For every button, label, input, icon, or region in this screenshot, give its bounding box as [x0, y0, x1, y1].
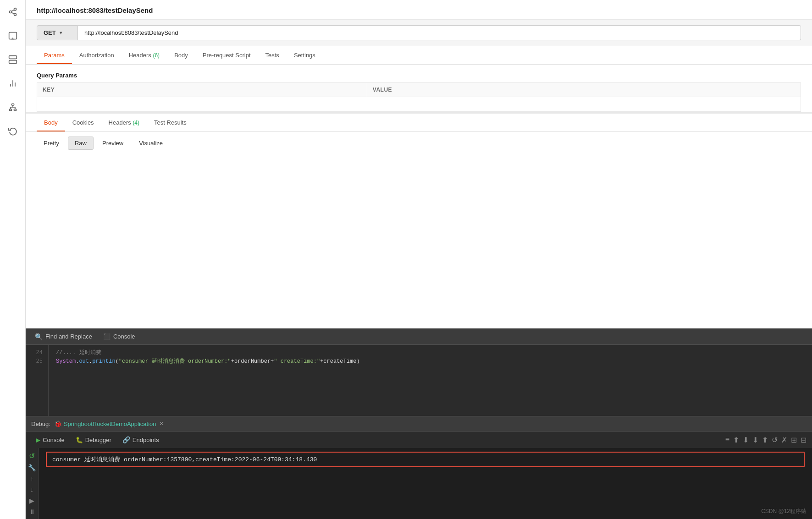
console-message-area: consumer 延时消息消费 orderNumber:1357890,crea… — [39, 448, 812, 471]
response-tabs: Body Cookies Headers (4) Test Results — [26, 114, 812, 132]
request-bar: GET ▾ — [26, 20, 812, 46]
url-input[interactable] — [78, 25, 801, 40]
download-icon[interactable]: ⬇ — [752, 436, 758, 444]
response-area: Body Cookies Headers (4) Test Results Pr… — [26, 114, 812, 196]
scroll-up-icon[interactable]: ⬆ — [733, 436, 739, 444]
query-params-title: Query Params — [37, 72, 801, 79]
console-tool-icon: ▶ — [36, 437, 40, 443]
tool-play-icon[interactable]: ▶ — [29, 497, 34, 504]
console-button[interactable]: ⬛ Console — [99, 331, 139, 342]
view-tab-visualize[interactable]: Visualize — [132, 137, 170, 150]
chart-icon[interactable] — [6, 77, 19, 90]
svg-point-1 — [9, 11, 11, 13]
debug-tab-debugger-label: Debugger — [85, 437, 111, 443]
filter-icon[interactable]: ✗ — [781, 436, 787, 444]
share-icon[interactable] — [6, 5, 19, 18]
url-title-bar: http://localhost:8083/testDelaySend — [26, 0, 812, 20]
endpoints-icon: 🔗 — [122, 436, 130, 443]
headers-badge: (6) — [153, 52, 160, 59]
response-view-tabs: Pretty Raw Preview Visualize — [26, 132, 812, 154]
svg-line-4 — [11, 10, 14, 11]
line-number-24: 24 — [31, 349, 43, 357]
svg-rect-17 — [14, 109, 16, 110]
chevron-down-icon: ▾ — [60, 30, 62, 35]
tab-pre-request[interactable]: Pre-request Script — [195, 46, 258, 64]
find-replace-button[interactable]: 🔍 Find and Replace — [31, 331, 96, 342]
debug-app-name: 🐞 SpringbootRocketDemoApplication ✕ — [54, 420, 164, 427]
console-highlighted-message: consumer 延时消息消费 orderNumber:1357890,crea… — [46, 452, 805, 467]
debug-tab-console-label: Console — [43, 437, 65, 443]
format-icon[interactable]: ⊟ — [801, 436, 806, 444]
replay-icon[interactable]: ↺ — [772, 436, 778, 444]
request-title: http://localhost:8083/testDelaySend — [37, 6, 153, 14]
postman-area: http://localhost:8083/testDelaySend GET … — [26, 0, 812, 328]
console-output: ↺ 🔧 ↑ ↓ ▶ ⏸ ⇄ consumer 延时消息消费 orderNumbe… — [26, 448, 812, 519]
tab-console-tool[interactable]: ▶ Console — [31, 435, 69, 445]
svg-point-2 — [14, 13, 16, 16]
hierarchy-icon[interactable] — [6, 101, 19, 114]
method-label: GET — [44, 29, 56, 36]
request-tabs: Params Authorization Headers (6) Body Pr… — [26, 46, 812, 65]
svg-rect-8 — [9, 56, 17, 59]
server-icon[interactable] — [6, 53, 19, 66]
method-selector[interactable]: GET ▾ — [37, 25, 78, 40]
tab-headers[interactable]: Headers (6) — [122, 46, 167, 64]
upload-icon[interactable]: ⬆ — [762, 436, 768, 444]
debug-tab-endpoints-label: Endpoints — [133, 437, 159, 443]
tool-up-icon[interactable]: ↑ — [30, 475, 33, 482]
svg-rect-16 — [9, 109, 11, 110]
view-tab-preview[interactable]: Preview — [95, 137, 130, 150]
view-tab-raw[interactable]: Raw — [68, 137, 94, 150]
tool-pause-icon[interactable]: ⏸ — [29, 508, 35, 515]
tab-body-response[interactable]: Body — [37, 114, 65, 131]
tab-debugger[interactable]: 🐛 Debugger — [71, 435, 116, 445]
code-content: //....延时消费 System.out.println("consumer … — [49, 345, 812, 416]
watermark: CSDN @12程序猿 — [761, 508, 806, 515]
console-label: Console — [113, 333, 135, 340]
table-row — [37, 97, 801, 112]
main-content: http://localhost:8083/testDelaySend GET … — [26, 0, 812, 519]
tab-cookies[interactable]: Cookies — [65, 114, 101, 131]
code-area: 24 25 //....延时消费 System.out.println("con… — [26, 345, 812, 416]
svg-line-3 — [11, 12, 14, 14]
query-params-section: Query Params KEY VALUE — [26, 65, 812, 112]
tab-tests[interactable]: Tests — [258, 46, 287, 64]
ide-toolbar: 🔍 Find and Replace ⬛ Console — [26, 328, 812, 345]
ide-section: 24 25 //....延时消费 System.out.println("con… — [26, 345, 812, 519]
key-column-header: KEY — [37, 83, 367, 97]
code-line-25: System.out.println("consumer 延时消息消费 orde… — [56, 357, 805, 366]
history-icon[interactable] — [6, 125, 19, 137]
sidebar — [0, 0, 26, 519]
svg-rect-15 — [11, 104, 14, 105]
params-table: KEY VALUE — [37, 82, 801, 112]
debug-tabs: ▶ Console 🐛 Debugger 🔗 Endpoints ≡ ⬆ ⬇ ⬇… — [26, 432, 812, 448]
tab-authorization[interactable]: Authorization — [72, 46, 122, 64]
response-headers-badge: (4) — [133, 120, 139, 126]
code-line-24: //....延时消费 — [56, 349, 805, 357]
value-cell[interactable] — [367, 97, 801, 112]
tool-wrench-icon[interactable]: 🔧 — [28, 464, 36, 471]
key-cell[interactable] — [37, 97, 367, 112]
console-left-tools: ↺ 🔧 ↑ ↓ ▶ ⏸ ⇄ — [26, 448, 39, 519]
refresh-icon[interactable]: ↺ — [29, 452, 35, 460]
tab-body[interactable]: Body — [167, 46, 195, 64]
debug-bar: Debug: 🐞 SpringbootRocketDemoApplication… — [26, 416, 812, 432]
terminal-icon[interactable] — [6, 29, 19, 42]
view-tab-pretty[interactable]: Pretty — [37, 137, 66, 150]
debug-label: Debug: — [31, 421, 50, 427]
tab-settings[interactable]: Settings — [287, 46, 323, 64]
tool-down-icon[interactable]: ↓ — [30, 486, 33, 493]
tab-test-results[interactable]: Test Results — [147, 114, 194, 131]
debug-tools: ≡ ⬆ ⬇ ⬇ ⬆ ↺ ✗ ⊞ ⊟ — [725, 436, 806, 444]
table-icon[interactable]: ⊞ — [791, 436, 797, 444]
svg-point-0 — [14, 8, 16, 11]
find-replace-label: Find and Replace — [45, 333, 92, 340]
svg-rect-9 — [9, 60, 17, 64]
tab-response-headers[interactable]: Headers (4) — [101, 114, 147, 131]
scroll-down-icon[interactable]: ⬇ — [743, 436, 749, 444]
line-number-25: 25 — [31, 357, 43, 366]
close-debug-icon[interactable]: ✕ — [159, 421, 164, 427]
tab-endpoints[interactable]: 🔗 Endpoints — [118, 434, 164, 445]
menu-lines-icon[interactable]: ≡ — [725, 436, 729, 444]
tab-params[interactable]: Params — [37, 46, 72, 64]
